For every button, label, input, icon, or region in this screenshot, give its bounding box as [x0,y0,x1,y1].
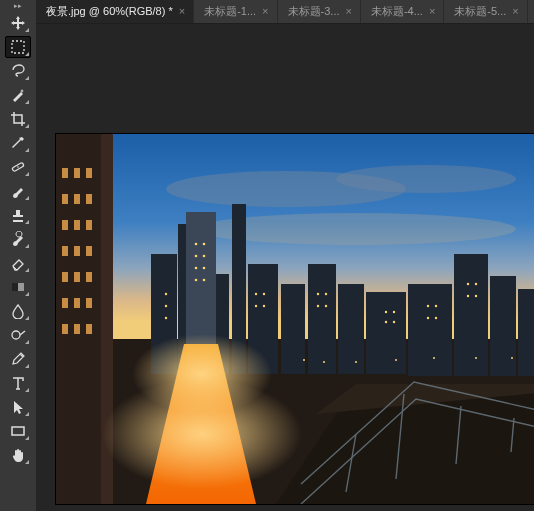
magic-wand-tool[interactable] [5,84,31,106]
svg-point-54 [195,267,198,270]
move-tool[interactable] [5,12,31,34]
svg-point-61 [263,305,265,307]
shape-tool[interactable] [5,420,31,442]
svg-rect-31 [74,298,80,308]
svg-point-68 [385,321,387,323]
main-area: 夜景.jpg @ 60%(RGB/8) *×未标题-1...×未标题-3...×… [36,0,534,511]
svg-point-52 [195,255,198,258]
tab-label: 未标题-4... [371,4,423,19]
document-tab-2[interactable]: 未标题-3...× [278,0,361,23]
svg-point-69 [393,321,395,323]
svg-point-80 [165,317,167,319]
svg-rect-26 [86,246,92,256]
history-brush-tool[interactable] [5,228,31,250]
document-tab-4[interactable]: 未标题-5...× [444,0,527,23]
svg-rect-32 [86,298,92,308]
svg-rect-43 [338,284,364,374]
svg-rect-25 [74,246,80,256]
dodge-tool[interactable] [5,324,31,346]
close-icon[interactable]: × [512,6,518,17]
close-icon[interactable]: × [262,6,268,17]
svg-point-90 [303,359,305,361]
tab-label: 未标题-5... [454,4,506,19]
tab-label: 夜景.jpg @ 60%(RGB/8) * [46,4,173,19]
svg-rect-23 [86,220,92,230]
svg-point-59 [263,293,265,295]
svg-rect-48 [518,289,534,376]
brush-tool[interactable] [5,180,31,202]
svg-point-71 [435,305,437,307]
svg-rect-42 [308,264,336,374]
svg-point-57 [203,279,206,282]
svg-rect-30 [62,298,68,308]
svg-rect-35 [86,324,92,334]
svg-rect-24 [62,246,68,256]
crop-tool[interactable] [5,108,31,130]
svg-point-83 [102,379,302,489]
svg-point-65 [325,305,327,307]
svg-point-2 [17,166,19,168]
svg-point-76 [467,295,469,297]
svg-point-74 [467,283,469,285]
svg-rect-22 [74,220,80,230]
close-icon[interactable]: × [346,6,352,17]
type-tool[interactable] [5,372,31,394]
svg-point-78 [165,293,167,295]
svg-point-64 [317,305,319,307]
close-icon[interactable]: × [179,6,185,17]
svg-rect-5 [12,283,18,291]
canvas-viewport[interactable] [36,24,534,511]
canvas-image [56,134,534,504]
svg-rect-0 [12,41,24,53]
svg-rect-16 [74,168,80,178]
svg-point-70 [427,305,429,307]
svg-point-93 [395,359,397,361]
hand-tool[interactable] [5,444,31,466]
svg-point-79 [165,305,167,307]
marquee-tool[interactable] [5,36,31,58]
eraser-tool[interactable] [5,252,31,274]
tab-label: 未标题-3... [288,4,340,19]
lasso-tool[interactable] [5,60,31,82]
svg-point-60 [255,305,257,307]
tab-label: 未标题-1... [204,4,256,19]
svg-point-50 [195,243,198,246]
svg-point-72 [427,317,429,319]
gradient-tool[interactable] [5,276,31,298]
svg-rect-34 [74,324,80,334]
svg-point-73 [435,317,437,319]
svg-point-51 [203,243,206,246]
blur-tool[interactable] [5,300,31,322]
svg-point-96 [511,357,513,359]
eyedropper-tool[interactable] [5,132,31,154]
svg-rect-28 [74,272,80,282]
svg-rect-18 [62,194,68,204]
document-tab-0[interactable]: 夜景.jpg @ 60%(RGB/8) *× [36,0,194,23]
svg-rect-45 [408,284,452,376]
pen-tool[interactable] [5,348,31,370]
svg-point-92 [355,361,357,363]
svg-rect-27 [62,272,68,282]
svg-point-66 [385,311,387,313]
expand-panel-icon[interactable]: ▸▸ [0,2,36,10]
document-tab-1[interactable]: 未标题-1...× [194,0,277,23]
svg-point-55 [203,267,206,270]
close-icon[interactable]: × [429,6,435,17]
svg-rect-46 [454,254,488,376]
svg-point-56 [195,279,198,282]
document-tabs: 夜景.jpg @ 60%(RGB/8) *×未标题-1...×未标题-3...×… [36,0,534,24]
document-tab-3[interactable]: 未标题-4...× [361,0,444,23]
svg-rect-29 [86,272,92,282]
svg-rect-41 [281,284,305,374]
tools-panel: ▸▸ [0,0,36,511]
svg-rect-20 [86,194,92,204]
healing-tool[interactable] [5,156,31,178]
svg-point-6 [12,331,20,339]
svg-point-94 [433,357,435,359]
svg-point-75 [475,283,477,285]
svg-rect-15 [62,168,68,178]
svg-rect-33 [62,324,68,334]
svg-rect-44 [366,292,406,374]
path-select-tool[interactable] [5,396,31,418]
stamp-tool[interactable] [5,204,31,226]
